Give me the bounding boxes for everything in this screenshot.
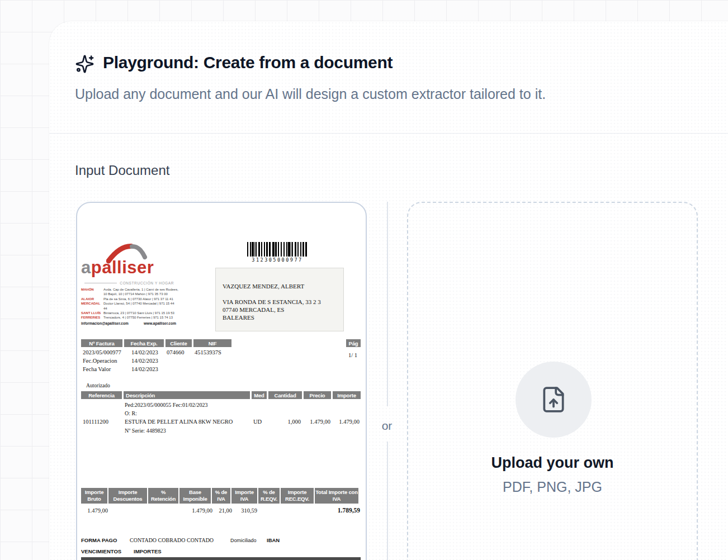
divider-line-top	[387, 202, 388, 406]
totals-header: Importe REC.EQV.	[281, 488, 314, 504]
upload-title: Upload your own	[408, 454, 697, 472]
total-importe-bruto: 1.479,00	[82, 507, 108, 514]
contact-email: informacion@apalliser.com	[81, 321, 129, 325]
importes-label: IMPORTES	[134, 548, 162, 554]
office-row: SANT LLUÍS Biniarroca, 23 | 07710 Sant L…	[81, 311, 178, 315]
sparkles-icon	[75, 54, 94, 74]
upload-formats: PDF, PNG, JPG	[408, 479, 697, 495]
tagline-text: CONSTRUCCIÓN Y HOGAR	[120, 281, 174, 285]
recipient-address: VIA RONDA DE S ESTANCIA, 33 2 3	[223, 298, 321, 305]
logo-letter-a: a	[81, 258, 91, 277]
vencimientos-label: VENCIMIENTOS	[81, 548, 121, 554]
domiciliado-label: Domiciliado	[230, 538, 257, 543]
office-detail: Pla de sa Sínia, 6 | 07730 Alaior | 971 …	[103, 297, 178, 301]
office-row: FERRERIES Trencadors, 4 | 07750 Ferrerie…	[81, 315, 178, 320]
recipient-address: 07740 MERCADAL, ES	[223, 306, 284, 313]
upload-icon-circle	[516, 362, 592, 438]
sample-invoice-preview[interactable]: apalliser CONSTRUCCIÓN Y HOGAR MAHÓN Avd…	[76, 202, 367, 560]
iban-label: IBAN	[267, 537, 280, 543]
items-header: Cantidad	[268, 391, 302, 399]
fec-operacion-value: 14/02/2023	[131, 358, 158, 364]
totals-header-row: Importe Bruto Importe Descuentos % Reten…	[81, 488, 358, 504]
barcode	[247, 242, 308, 257]
office-city: SANT LLUÍS	[81, 311, 103, 315]
office-address-list: MAHÓN Avda. Cap de Cavalleria, 1 | Camí …	[81, 287, 178, 320]
recipient-address: BALEARES	[223, 314, 254, 321]
tagline-rule	[84, 283, 117, 283]
totals-header: Total Importe con IVA	[315, 488, 358, 504]
contact-row: informacion@apalliser.com www.apalliser.…	[81, 321, 176, 325]
logo-palliser: palliser	[91, 258, 154, 277]
item-referencia: 101111200	[83, 419, 108, 425]
meta-header: Fecha Exp.	[124, 339, 164, 347]
pag-value: 1/ 1	[344, 352, 361, 358]
totals-header: % de IVA	[212, 488, 230, 504]
items-header: Precio	[304, 391, 331, 399]
office-city: ALAIOR	[81, 297, 103, 301]
upload-dropzone[interactable]: Upload your own PDF, PNG, JPG	[407, 202, 698, 560]
item-cantidad: 1,000	[262, 419, 301, 425]
total-base-imponible: 1.479,00	[183, 507, 212, 514]
items-header: Importe	[333, 391, 361, 399]
office-city: MERCADAL	[81, 301, 103, 311]
totals-header: Importe Descuentos	[108, 488, 147, 504]
totals-header: % Retención	[148, 488, 178, 504]
barcode-number: 312305000977	[244, 257, 311, 263]
nif-value: 45153937S	[195, 349, 221, 355]
playground-card: Playground: Create from a document Uploa…	[49, 21, 728, 560]
items-header-row: Referencia Descripción Med Cantidad Prec…	[81, 391, 361, 399]
divider-line-bottom	[387, 442, 388, 560]
items-header: Referencia	[81, 391, 122, 399]
office-row: MAHÓN Avda. Cap de Cavalleria, 1 | Camí …	[81, 287, 178, 297]
header-divider	[49, 133, 728, 134]
ped-line: Ped:2023/05/000055 Fec:01/02/2023	[125, 402, 208, 408]
items-header: Med	[252, 391, 267, 399]
total-con-iva: 1.789,59	[316, 507, 360, 514]
fec-operacion-label: Fec.Operacion	[83, 358, 117, 364]
item-importe: 1.479,00	[325, 419, 360, 425]
pag-header: Pág	[346, 339, 361, 347]
totals-header: Base Imponible	[179, 488, 211, 504]
office-detail: Trencadors, 4 | 07750 Ferreries | 971 15…	[103, 315, 178, 320]
serie-line: Nº Serie: 4489823	[125, 428, 166, 434]
page-subtitle: Upload any document and our AI will desi…	[75, 86, 546, 102]
order-line: O: R:	[125, 410, 137, 416]
fecha-exp: 14/02/2023	[131, 349, 158, 355]
autorizado-label: Autorizado	[86, 383, 110, 388]
totals-header: % de R.EQV.	[258, 488, 280, 504]
recipient-address-box: VAZQUEZ MENDEZ, ALBERT VIA RONDA DE S ES…	[215, 268, 344, 331]
meta-header: NIF	[193, 339, 231, 347]
logo-tagline: CONSTRUCCIÓN Y HOGAR	[81, 281, 174, 285]
apalliser-logo-text: apalliser	[81, 258, 154, 278]
meta-header: Cliente	[166, 339, 192, 347]
totals-header: Importe IVA	[231, 488, 257, 504]
office-row: MERCADAL Doctor Llansó, 54 | 07740 Merca…	[81, 301, 178, 311]
meta-header: Nº Factura	[81, 339, 122, 347]
recipient-name: VAZQUEZ MENDEZ, ALBERT	[223, 283, 304, 290]
or-label: or	[376, 419, 398, 433]
office-city: FERRERIES	[81, 315, 103, 320]
fecha-valor-value: 14/02/2023	[131, 366, 158, 372]
item-med: UD	[253, 419, 262, 425]
file-upload-icon	[540, 386, 568, 414]
totals-header: Importe Bruto	[81, 488, 107, 504]
page-title: Playground: Create from a document	[103, 53, 393, 72]
office-detail: Biniarroca, 23 | 07710 Sant Lluís | 971 …	[103, 311, 178, 315]
office-detail: Doctor Llansó, 54 | 07740 Mercadal | 971…	[103, 301, 178, 311]
forma-pago-label: FORMA PAGO	[81, 537, 117, 543]
office-detail: Avda. Cap de Cavalleria, 1 | Camí de ses…	[103, 287, 178, 297]
invoice-cutoff-bar	[81, 557, 361, 560]
office-city: MAHÓN	[81, 287, 103, 297]
total-importe-iva: 310,59	[234, 507, 257, 514]
forma-pago-value: CONTADO COBRADO CONTADO	[130, 537, 214, 543]
contact-website: www.apalliser.com	[144, 321, 176, 325]
total-pct-iva: 21,00	[215, 507, 232, 514]
factura-number: 2023/05/000977	[83, 349, 121, 355]
office-row: ALAIOR Pla de sa Sínia, 6 | 07730 Alaior…	[81, 297, 178, 301]
items-header: Descripción	[124, 391, 250, 399]
invoice-meta-header-row: Nº Factura Fecha Exp. Cliente NIF	[81, 339, 231, 347]
cliente-code: 074660	[167, 349, 185, 355]
item-descripcion: ESTUFA DE PELLET ALINA 8KW NEGRO	[125, 419, 233, 425]
fecha-valor-label: Fecha Valor	[83, 366, 111, 372]
input-document-label: Input Document	[75, 163, 169, 178]
